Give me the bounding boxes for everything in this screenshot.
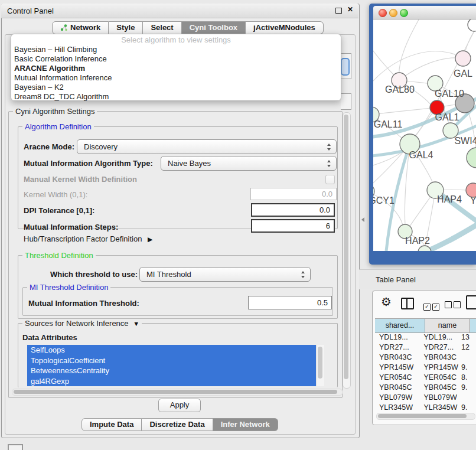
- hub-factor-expander[interactable]: Hub/Transcription Factor Definition ▶: [24, 234, 152, 243]
- minimized-panel-icon[interactable]: [8, 444, 23, 450]
- network-node[interactable]: [418, 246, 431, 251]
- table-row[interactable]: YDL19...YDL19...13: [375, 332, 476, 343]
- column-header-name[interactable]: name: [425, 319, 470, 332]
- table-cell: YDR27...: [375, 343, 419, 353]
- network-node-gal[interactable]: [455, 51, 471, 66]
- tab-style[interactable]: Style: [109, 21, 143, 34]
- close-panel-icon[interactable]: ✕: [347, 5, 353, 14]
- attribute-item-topologicalcoefficient[interactable]: TopologicalCoefficient: [27, 356, 324, 366]
- dpi-tolerance-field[interactable]: 0.0: [251, 203, 335, 217]
- tab-jactivemnodules[interactable]: jActiveMNodules: [246, 21, 324, 34]
- network-edge[interactable]: [373, 107, 437, 115]
- table-cell: 9.: [459, 383, 476, 393]
- network-edge[interactable]: [399, 19, 420, 80]
- cyni-bottom-tabbar: Impute DataDiscretize DataInfer Network: [81, 418, 278, 431]
- group-title: Threshold Definition: [22, 251, 96, 260]
- algorithm-option-bayesian-k2[interactable]: Bayesian – K2: [11, 83, 341, 92]
- which-threshold-value: MI Threshold: [146, 270, 191, 279]
- zoom-window-button[interactable]: [400, 9, 408, 17]
- table-cell: 13: [459, 332, 476, 343]
- tab-label: Select: [151, 22, 173, 34]
- select-all-checkboxes-icon[interactable]: ✓✓: [423, 300, 441, 311]
- mi-type-select[interactable]: Naive Bayes: [161, 156, 337, 171]
- table-cell: 8.: [459, 373, 476, 383]
- attribute-item-betweennesscentrality[interactable]: BetweennessCentrality: [27, 366, 324, 376]
- node-label-gal10: GAL10: [435, 89, 464, 99]
- settings-horizontal-scrollbar-thumb[interactable]: [14, 390, 337, 394]
- algorithm-option-aracne-algorithm[interactable]: ARACNE Algorithm: [11, 64, 341, 73]
- table-cell: 12: [459, 343, 476, 353]
- algorithm-option-dream8-dc-tdc-algorithm[interactable]: Dream8 DC_TDC Algorithm: [11, 92, 341, 102]
- manual-kernel-label: Manual Kernel Width Definition: [24, 175, 137, 184]
- tab-network[interactable]: Network: [52, 21, 109, 34]
- network-edge-highlighted[interactable]: [425, 221, 476, 251]
- table-row[interactable]: YER054CYER054C8.: [375, 373, 476, 383]
- algorithm-option-basic-correlation-inference[interactable]: Basic Correlation Inference: [11, 54, 341, 64]
- table-row[interactable]: YPR145WYPR145W9.: [375, 363, 476, 373]
- manual-kernel-checkbox: [325, 175, 335, 184]
- gear-icon[interactable]: ⚙: [381, 296, 392, 308]
- network-node[interactable]: [467, 148, 476, 168]
- table-cell: YBL079W: [375, 393, 419, 403]
- table-panel-header: Table Panel: [359, 269, 476, 289]
- mi-threshold-field[interactable]: 0.5: [248, 296, 332, 309]
- group-title: Cyni Algorithm Settings: [13, 107, 97, 116]
- control-panel-title: Control Panel: [7, 6, 54, 15]
- tab-cyni-toolbox[interactable]: Cyni Toolbox: [182, 21, 246, 34]
- kernel-width-label: Kernel Width (0,1):: [24, 190, 87, 199]
- attributes-list-scrollbar[interactable]: [316, 345, 324, 386]
- column-header-a[interactable]: A: [470, 319, 476, 332]
- network-edge[interactable]: [410, 31, 474, 144]
- network-node[interactable]: [468, 19, 476, 31]
- hidden-combo-fragment: [341, 53, 351, 79]
- float-window-icon[interactable]: [335, 8, 342, 14]
- table-horizontal-scrollbar[interactable]: [376, 413, 475, 420]
- table-row[interactable]: YBR045CYBR045C9.: [375, 383, 476, 393]
- apply-button[interactable]: Apply: [158, 399, 201, 412]
- node-label-gal: GAL: [454, 69, 472, 79]
- expand-right-icon: ▶: [148, 236, 152, 243]
- network-canvas[interactable]: GALGAL80GAL10GAL1GAL11SWI4GAL4GCY1HAP4YH…: [373, 19, 476, 251]
- dropdown-placeholder: Select algorithm to view settings: [11, 35, 341, 45]
- tab-select[interactable]: Select: [143, 21, 181, 34]
- mi-steps-label: Mutual Information Steps:: [24, 223, 118, 231]
- column-layout-icon[interactable]: [401, 298, 414, 309]
- tab-discretize-data[interactable]: Discretize Data: [142, 418, 213, 431]
- column-header-shared-[interactable]: shared...: [375, 319, 425, 332]
- algorithm-option-mutual-information-inference[interactable]: Mutual Information Inference: [11, 73, 341, 83]
- settings-vertical-scrollbar-thumb[interactable]: [344, 115, 348, 379]
- table-row[interactable]: YBL079WYBL079W: [375, 393, 476, 403]
- minimize-window-button[interactable]: [389, 9, 397, 17]
- which-threshold-select[interactable]: MI Threshold: [139, 267, 311, 282]
- close-window-button[interactable]: [379, 9, 387, 17]
- data-attributes-list[interactable]: SelfLoopsTopologicalCoefficientBetweenne…: [27, 345, 324, 386]
- attributes-list-scrollbar-thumb[interactable]: [318, 347, 322, 379]
- settings-horizontal-scrollbar[interactable]: [12, 389, 343, 396]
- algorithm-dropdown-popup: Select algorithm to view settings Bayesi…: [11, 34, 341, 101]
- algorithm-option-bayesian-hill-climbing[interactable]: Bayesian – Hill Climbing: [11, 45, 341, 54]
- hub-factor-label: Hub/Transcription Factor Definition: [24, 234, 142, 243]
- hidden-field-fragment: [341, 93, 351, 110]
- table-horizontal-scrollbar-thumb[interactable]: [378, 414, 467, 418]
- table-cell: YER054C: [419, 373, 459, 383]
- deselect-all-checkboxes-icon[interactable]: [445, 300, 462, 311]
- table-cell: YLR345W: [419, 403, 459, 413]
- split-pane-handle[interactable]: [361, 217, 364, 222]
- tab-impute-data[interactable]: Impute Data: [81, 418, 142, 431]
- table-panel-title: Table Panel: [376, 275, 416, 284]
- node-label-swi4: SWI4: [454, 136, 476, 146]
- node-label-gal4: GAL4: [409, 150, 433, 160]
- table-row[interactable]: YLR345WYLR345W9.: [375, 403, 476, 413]
- attribute-item-selfloops[interactable]: SelfLoops: [27, 345, 324, 356]
- aracne-mode-select[interactable]: Discovery: [77, 139, 337, 154]
- tab-infer-network[interactable]: Infer Network: [213, 418, 278, 431]
- file-icon[interactable]: [466, 295, 476, 309]
- sources-group-title[interactable]: Sources for Network Inference ▼: [22, 319, 142, 328]
- table-row[interactable]: YDR27...YDR27...12: [375, 343, 476, 353]
- mi-steps-field[interactable]: 6: [251, 219, 335, 233]
- tab-label: Style: [116, 22, 135, 34]
- table-row[interactable]: YBR043CYBR043C: [375, 353, 476, 363]
- focused-spinner-fragment: [341, 58, 350, 76]
- settings-vertical-scrollbar[interactable]: [343, 112, 351, 389]
- attribute-item-gal4rgexp[interactable]: gal4RGexp: [27, 376, 324, 387]
